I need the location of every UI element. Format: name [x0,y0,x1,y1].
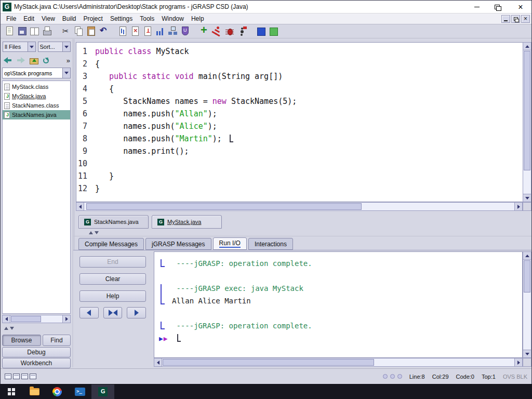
menu-item[interactable]: Project [80,14,107,23]
open-file-icon[interactable] [29,25,41,37]
sort-dropdown[interactable]: Sort... [38,42,71,52]
menu-item[interactable]: Help [188,14,208,23]
title-bar[interactable]: G MyStack.java C:\Users\Administrator\De… [1,1,531,14]
scrollbar-thumb[interactable] [11,316,41,322]
code-line[interactable]: 7 names.push("Alice"); [76,120,523,132]
file-item[interactable]: StackNames.class [3,101,70,110]
scrollbar-thumb[interactable] [524,51,530,170]
debug-icon[interactable] [224,25,235,37]
run-io-button[interactable]: End [79,256,146,268]
find-tab-button[interactable]: Find [43,335,71,346]
window-layout-icon-2[interactable] [13,374,20,379]
menu-item[interactable]: Build [59,14,80,23]
window-layout-icon-1[interactable] [5,374,11,379]
file-list-hscrollbar[interactable] [2,315,71,323]
mdi-minimize-icon[interactable] [501,15,510,23]
file-item[interactable]: MyStack.java [3,91,70,101]
code-line[interactable]: 12} [76,182,523,195]
message-tab[interactable]: Run I/O [213,237,247,250]
message-tab[interactable]: Interactions [248,238,293,250]
history-reset-button[interactable] [103,307,123,318]
copy-icon[interactable] [73,25,85,37]
run-icon[interactable] [211,25,223,37]
workbench-icon[interactable] [268,25,280,37]
csd-remove-icon[interactable] [130,25,141,37]
cut-icon[interactable] [61,25,72,37]
chrome-button[interactable] [46,384,69,399]
scroll-right-icon[interactable] [62,315,70,323]
splitter-up-icon[interactable] [89,231,93,234]
code-line[interactable]: 6 names.push("Allan"); [76,108,523,120]
code-line[interactable]: 2{ [76,58,523,70]
overflow-chevron-icon[interactable]: » [66,57,70,64]
chevron-down-icon[interactable] [62,42,70,51]
menu-item[interactable]: View [38,14,59,23]
code-line[interactable]: 11 } [76,170,523,182]
message-tab[interactable]: jGRASP Messages [145,238,211,250]
history-forward-icon[interactable] [17,57,25,63]
close-button[interactable] [510,1,531,14]
scroll-right-icon[interactable] [514,358,522,366]
scrollbar-track[interactable] [84,203,514,210]
number-lines-icon[interactable] [142,25,154,37]
open-file-tab[interactable]: MyStack.java [152,215,222,229]
mdi-restore-icon[interactable] [511,15,520,23]
powershell-button[interactable] [69,384,91,399]
paste-icon[interactable] [86,25,97,37]
code-line[interactable]: 8 names.push("Martin"); [76,132,523,145]
refresh-icon[interactable] [43,58,49,63]
interactions-icon[interactable] [256,25,267,37]
scrollbar-track[interactable] [162,358,514,366]
panel-splitter[interactable] [2,325,71,332]
code-line[interactable]: 5 StackNames names = new StackNames(5); [76,95,523,108]
scroll-right-icon[interactable] [514,203,522,210]
file-item[interactable]: MyStack.class [3,82,70,91]
mdi-close-icon[interactable] [521,15,530,23]
splitter-down-icon[interactable] [95,231,99,234]
history-next-button[interactable] [127,307,146,318]
code-line[interactable]: 1public class MyStack [76,45,523,58]
scroll-up-icon[interactable] [523,43,531,50]
open-file-tab[interactable]: StackNames.java [78,215,149,229]
code-line[interactable]: 9 names.print(); [76,145,523,157]
documentation-icon[interactable] [180,25,191,37]
code-line[interactable]: 3 public static void main(String arg[]) [76,70,523,83]
scrollbar-thumb[interactable] [86,203,362,210]
output-vscrollbar[interactable] [523,251,531,358]
editor-vscrollbar[interactable] [523,42,531,202]
menu-item[interactable]: Window [158,14,188,23]
history-prev-button[interactable] [79,307,99,318]
window-layout-icon-4[interactable] [30,374,36,379]
workbench-tab-button[interactable]: Workbench [2,358,71,368]
start-button[interactable] [0,384,23,399]
scrollbar-thumb[interactable] [163,359,374,366]
browse-tab-button[interactable]: Browse [2,335,41,346]
scroll-left-icon[interactable] [3,315,10,323]
window-layout-icon-3[interactable] [21,374,28,379]
path-dropdown[interactable]: op\Stack programs [2,68,71,78]
new-file-icon[interactable] [4,25,16,37]
run-applet-icon[interactable] [236,25,248,37]
scroll-left-icon[interactable] [154,358,162,366]
scrollbar-track[interactable] [523,260,531,350]
menu-item[interactable]: Settings [107,14,136,23]
jgrasp-taskbar-button[interactable] [91,384,114,399]
file-item[interactable]: StackNames.java [3,110,70,119]
chevron-down-icon[interactable] [28,42,35,51]
horizontal-splitter[interactable] [73,230,531,236]
restore-button[interactable] [488,1,510,14]
uml-icon[interactable] [167,25,179,37]
message-tab[interactable]: Compile Messages [78,238,144,250]
run-io-output[interactable]: ----jGRASP: operation complete. ----jGRA… [154,251,523,358]
files-filter-dropdown[interactable]: ll Files [3,42,36,52]
file-explorer-button[interactable] [23,384,46,399]
chevron-down-icon[interactable] [62,68,70,78]
code-line[interactable]: 10 [76,157,523,170]
splitter-up-icon[interactable] [4,327,8,330]
print-icon[interactable] [42,25,53,37]
debug-tab-button[interactable]: Debug [2,347,71,357]
up-directory-icon[interactable] [30,57,38,64]
undo-icon[interactable] [98,25,110,37]
minimize-button[interactable] [466,1,488,14]
history-back-icon[interactable] [4,57,12,63]
